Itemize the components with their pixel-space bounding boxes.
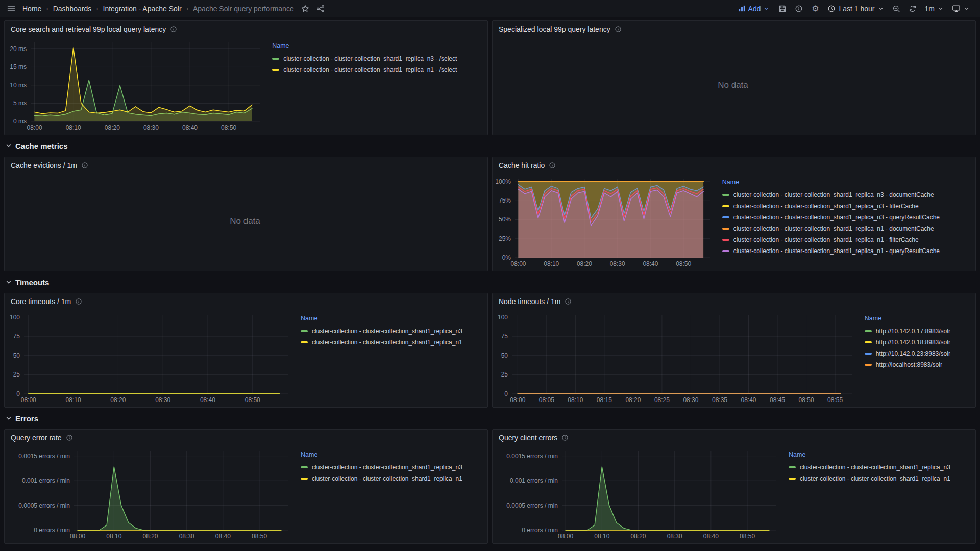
legend-name-header[interactable]: Name	[865, 315, 970, 322]
legend-name-header[interactable]: Name	[789, 451, 970, 458]
timeseries-chart-core-latency[interactable]: 0 ms5 ms10 ms15 ms20 ms08:0008:1008:2008…	[8, 37, 264, 133]
legend-series-label[interactable]: cluster-collection - cluster-collection_…	[800, 475, 950, 482]
chevron-down-icon	[878, 6, 884, 12]
chevron-down-icon	[964, 6, 970, 12]
series-color-marker-icon	[722, 194, 729, 196]
panel-header[interactable]: Specialized local 99p query latency	[493, 21, 975, 37]
legend-item[interactable]: cluster-collection - cluster-collection_…	[722, 189, 970, 201]
svg-text:08:00: 08:00	[21, 396, 36, 404]
add-panel-button[interactable]: Add	[738, 5, 770, 13]
legend-series-label[interactable]: cluster-collection - cluster-collection_…	[733, 225, 934, 232]
save-dashboard-button[interactable]	[775, 2, 790, 16]
panel-header[interactable]: Query client errors	[493, 430, 975, 446]
legend-name-header[interactable]: Name	[301, 451, 482, 458]
legend-series-label[interactable]: cluster-collection - cluster-collection_…	[312, 328, 462, 335]
panel-header[interactable]: Core timeouts / 1m	[5, 293, 487, 310]
legend-item[interactable]: http://10.142.0.23:8983/solr	[865, 348, 970, 359]
legend-item[interactable]: http://10.142.0.17:8983/solr	[865, 325, 970, 337]
legend-item[interactable]: cluster-collection - cluster-collection_…	[722, 234, 970, 245]
refresh-button[interactable]	[905, 2, 920, 16]
timeseries-chart-query-client-errors[interactable]: 0 errors / min0.0005 errors / min0.001 e…	[496, 446, 780, 541]
legend-series-label[interactable]: cluster-collection - cluster-collection_…	[283, 66, 457, 73]
legend-series-label[interactable]: cluster-collection - cluster-collection_…	[733, 191, 934, 198]
favorite-star-button[interactable]	[298, 2, 312, 16]
panel-header[interactable]: Query error rate	[5, 430, 487, 446]
info-icon[interactable]	[565, 298, 572, 305]
breadcrumb-integration-apache-solr[interactable]: Integration - Apache Solr	[103, 5, 182, 13]
section-errors[interactable]: Errors	[4, 411, 976, 426]
dashboard-settings-button[interactable]: ⚙	[808, 2, 822, 16]
panel-header[interactable]: Core search and retrieval 99p local quer…	[5, 21, 487, 37]
legend-series-label[interactable]: cluster-collection - cluster-collection_…	[733, 247, 940, 255]
timeseries-chart-query-error-rate[interactable]: 0 errors / min0.0005 errors / min0.001 e…	[8, 446, 292, 541]
legend-item[interactable]: cluster-collection - cluster-collection_…	[789, 473, 970, 484]
legend-item[interactable]: cluster-collection - cluster-collection_…	[301, 325, 482, 337]
panel-header[interactable]: Cache evictions / 1m	[5, 157, 487, 173]
legend-item[interactable]: cluster-collection - cluster-collection_…	[272, 53, 482, 64]
legend-item[interactable]: cluster-collection - cluster-collection_…	[722, 212, 970, 223]
legend-series-label[interactable]: cluster-collection - cluster-collection_…	[312, 339, 462, 346]
legend-item[interactable]: http://10.142.0.18:8983/solr	[865, 337, 970, 348]
share-button[interactable]	[313, 2, 328, 16]
refresh-interval-dropdown[interactable]: 1m	[922, 5, 947, 13]
legend-items: cluster-collection - cluster-collection_…	[301, 462, 482, 484]
legend-series-label[interactable]: cluster-collection - cluster-collection_…	[733, 214, 940, 221]
timeseries-chart-node-timeouts[interactable]: 025507510008:0008:0508:1008:1508:2008:25…	[496, 310, 856, 405]
breadcrumb-separator: ›	[186, 5, 188, 12]
legend-series-label[interactable]: cluster-collection - cluster-collection_…	[312, 475, 462, 482]
breadcrumb-dashboards[interactable]: Dashboards	[53, 5, 92, 13]
time-range-picker[interactable]: Last 1 hour	[824, 5, 887, 13]
panel-row-2: Cache evictions / 1m No data Cache hit r…	[4, 157, 976, 271]
legend-item[interactable]: cluster-collection - cluster-collection_…	[722, 245, 970, 257]
dashboard-insights-button[interactable]	[792, 2, 806, 16]
info-icon[interactable]	[615, 26, 622, 33]
legend-item[interactable]: cluster-collection - cluster-collection_…	[722, 201, 970, 212]
legend-series-label[interactable]: http://10.142.0.18:8983/solr	[876, 339, 950, 346]
timeseries-chart-cache-hit-ratio[interactable]: 0%25%50%75%100%08:0008:1008:2008:3008:40…	[496, 173, 714, 269]
svg-text:08:40: 08:40	[703, 533, 719, 540]
mega-menu-button[interactable]	[4, 2, 18, 16]
refresh-icon	[909, 5, 917, 13]
legend-item[interactable]: cluster-collection - cluster-collection_…	[272, 64, 482, 76]
legend-series-label[interactable]: cluster-collection - cluster-collection_…	[312, 464, 462, 471]
legend-series-label[interactable]: cluster-collection - cluster-collection_…	[733, 203, 919, 210]
legend-item[interactable]: cluster-collection - cluster-collection_…	[301, 337, 482, 348]
chart-svg: 0%25%50%75%100%08:0008:1008:2008:3008:40…	[496, 173, 714, 269]
info-icon[interactable]	[75, 298, 82, 305]
section-cache-metrics[interactable]: Cache metrics	[4, 138, 976, 154]
legend-item[interactable]: cluster-collection - cluster-collection_…	[789, 462, 970, 473]
breadcrumb-home[interactable]: Home	[22, 5, 41, 13]
panel-header[interactable]: Cache hit ratio	[493, 157, 975, 173]
legend-series-label[interactable]: http://localhost:8983/solr	[876, 361, 942, 368]
panel-header[interactable]: Node timeouts / 1m	[493, 293, 975, 310]
legend-name-header[interactable]: Name	[272, 42, 482, 49]
legend-series-label[interactable]: cluster-collection - cluster-collection_…	[733, 236, 919, 243]
legend-name-header[interactable]: Name	[722, 179, 970, 186]
kiosk-mode-button[interactable]	[949, 4, 973, 13]
section-timeouts[interactable]: Timeouts	[4, 274, 976, 290]
series-color-marker-icon	[301, 478, 308, 480]
timeseries-chart-core-timeouts[interactable]: 025507510008:0008:1008:2008:3008:4008:50	[8, 310, 292, 405]
zoom-out-time-button[interactable]	[889, 2, 903, 16]
info-icon[interactable]	[81, 162, 88, 169]
info-icon[interactable]	[549, 162, 556, 169]
legend-series-label[interactable]: http://10.142.0.23:8983/solr	[876, 350, 950, 357]
legend-item[interactable]: http://localhost:8983/solr	[865, 359, 970, 370]
legend-item[interactable]: cluster-collection - cluster-collection_…	[722, 223, 970, 234]
svg-text:08:00: 08:00	[510, 260, 526, 267]
panel-body: 0 ms5 ms10 ms15 ms20 ms08:0008:1008:2008…	[5, 37, 487, 135]
legend-series-label[interactable]: http://10.142.0.17:8983/solr	[876, 328, 950, 335]
legend-item[interactable]: cluster-collection - cluster-collection_…	[301, 462, 482, 473]
series-color-marker-icon	[272, 69, 279, 71]
panel-row-4: Query error rate 0 errors / min0.0005 er…	[4, 429, 976, 544]
info-icon[interactable]	[561, 434, 569, 441]
info-icon[interactable]	[66, 434, 73, 441]
svg-text:08:20: 08:20	[577, 260, 592, 267]
legend-item[interactable]: cluster-collection - cluster-collection_…	[301, 473, 482, 484]
legend-name-header[interactable]: Name	[301, 315, 482, 322]
svg-text:10 ms: 10 ms	[10, 82, 27, 89]
breadcrumb-current-dashboard: Apache Solr query performance	[193, 5, 294, 13]
legend-series-label[interactable]: cluster-collection - cluster-collection_…	[800, 464, 950, 471]
legend-series-label[interactable]: cluster-collection - cluster-collection_…	[283, 55, 457, 62]
info-icon[interactable]	[170, 26, 177, 33]
